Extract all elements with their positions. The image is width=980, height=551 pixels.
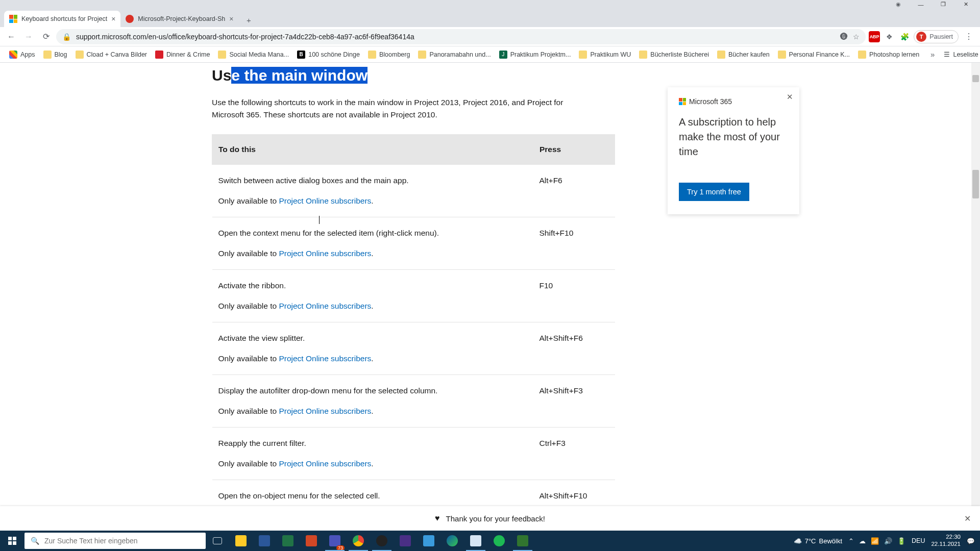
subscribers-link[interactable]: Project Online subscribers: [279, 407, 371, 415]
bookmark-label: 100 schöne Dinge: [308, 51, 360, 58]
excel-icon[interactable]: [276, 531, 300, 551]
bookmarks-overflow-button[interactable]: »: [926, 50, 939, 59]
close-tab-icon[interactable]: ×: [111, 15, 115, 23]
clock[interactable]: 22:30 22.11.2021: [931, 534, 961, 548]
project-icon[interactable]: [511, 531, 534, 551]
volume-icon[interactable]: 🔊: [884, 537, 892, 545]
bookmark-label: Praktikum Projektm...: [510, 51, 571, 58]
tray-icons[interactable]: ⌃ ☁ 📶 🔊 🔋: [848, 537, 905, 545]
favicon: B: [297, 51, 305, 59]
vertical-scrollbar[interactable]: [971, 63, 980, 531]
feedback-text: Thank you for your feedback!: [446, 514, 545, 523]
bookmark-star-icon[interactable]: ☆: [853, 33, 860, 41]
office-icon: [9, 15, 17, 23]
back-button[interactable]: ←: [4, 30, 18, 44]
word-icon[interactable]: [253, 531, 276, 551]
extensions-menu-icon[interactable]: 🧩: [898, 31, 911, 43]
reading-list-label: Leseliste: [953, 51, 978, 58]
notifications-icon[interactable]: 💬: [967, 537, 975, 545]
bookmark-item[interactable]: Cload + Canva Bilder: [72, 48, 150, 61]
subscribers-link[interactable]: Project Online subscribers: [279, 459, 371, 468]
bookmark-item[interactable]: Panoramabahn und...: [415, 48, 494, 61]
action-text: Display the autofilter drop-down menu fo…: [218, 386, 527, 395]
chevron-up-icon[interactable]: ⌃: [848, 537, 854, 545]
close-tab-icon[interactable]: ×: [229, 15, 233, 23]
clock-time: 22:30: [931, 534, 961, 541]
folder-icon: [368, 51, 376, 59]
reload-button[interactable]: ⟳: [39, 30, 53, 44]
spotify-icon[interactable]: [487, 531, 511, 551]
wifi-icon[interactable]: 📶: [871, 537, 879, 545]
bookmark-item[interactable]: Blog: [40, 48, 70, 61]
subscribers-link[interactable]: Project Online subscribers: [279, 354, 371, 363]
bookmark-label: Apps: [20, 51, 35, 58]
minimize-button[interactable]: ―: [910, 0, 932, 9]
selected-text: e the main window: [231, 67, 368, 84]
taskbar-search[interactable]: 🔍 Zur Suche Text hier eingeben: [24, 533, 206, 549]
onedrive-icon[interactable]: ☁: [859, 537, 866, 545]
bookmark-item[interactable]: Bloomberg: [365, 48, 413, 61]
menu-button[interactable]: ⋮: [962, 30, 976, 44]
bookmark-item[interactable]: Bücherliste Bücherei: [636, 48, 712, 61]
subscribers-link[interactable]: Project Online subscribers: [279, 196, 371, 205]
bookmark-item[interactable]: Dinner & Crime: [152, 48, 213, 61]
bookmark-item[interactable]: Bücher kaufen: [714, 48, 773, 61]
battery-icon[interactable]: 🔋: [897, 537, 905, 545]
table-row: Activate the view splitter.Only availabl…: [212, 322, 615, 375]
press-cell: Ctrl+F3: [533, 428, 615, 480]
bookmark-item[interactable]: Praktikum WU: [576, 48, 634, 61]
promo-logo: Microsoft 365: [679, 97, 788, 106]
adblock-icon[interactable]: ABP: [869, 31, 880, 42]
weather-temp: 7°C: [805, 537, 816, 545]
subscribers-link[interactable]: Project Online subscribers: [279, 302, 371, 310]
bookmark-label: Dinner & Crime: [166, 51, 210, 58]
availability-note: Only available to Project Online subscri…: [218, 249, 527, 258]
close-icon[interactable]: ✕: [787, 92, 793, 102]
profile-chip[interactable]: T Pausiert: [914, 30, 959, 43]
app-icon[interactable]: [394, 531, 417, 551]
edge-icon[interactable]: [440, 531, 464, 551]
chrome-icon[interactable]: [347, 531, 370, 551]
weather-desc: Bewölkt: [819, 537, 843, 545]
action-text: Activate the view splitter.: [218, 334, 527, 343]
bookmark-item[interactable]: Personal Finance K...: [775, 48, 853, 61]
bookmark-item[interactable]: JPraktikum Projektm...: [496, 48, 574, 61]
explorer-icon[interactable]: [229, 531, 253, 551]
teams-icon[interactable]: 73: [323, 531, 347, 551]
obs-icon[interactable]: [370, 531, 394, 551]
forward-button[interactable]: →: [21, 30, 36, 44]
bookmark-item[interactable]: Social Media Mana...: [215, 48, 292, 61]
bookmark-item[interactable]: Photoshop lernen: [855, 48, 922, 61]
close-window-button[interactable]: ✕: [954, 0, 977, 9]
close-icon[interactable]: ✕: [964, 514, 971, 523]
subscribers-link[interactable]: Project Online subscribers: [279, 249, 371, 258]
new-tab-button[interactable]: +: [241, 13, 256, 27]
folder-icon: [639, 51, 647, 59]
weather-widget[interactable]: ☁️ 7°C Bewölkt: [794, 537, 842, 545]
bookmark-label: Social Media Mana...: [229, 51, 289, 58]
search-placeholder: Zur Suche Text hier eingeben: [44, 537, 138, 545]
user-switcher-icon[interactable]: ◉: [887, 0, 910, 9]
reading-list-button[interactable]: ☰Leseliste: [941, 48, 980, 60]
app-icon[interactable]: [417, 531, 440, 551]
translate-icon[interactable]: 🅖: [840, 32, 848, 41]
tab-active[interactable]: Keyboard shortcuts for Project ×: [4, 11, 120, 27]
cloud-icon: ☁️: [794, 537, 802, 545]
search-icon: 🔍: [31, 537, 39, 545]
action-text: Open the on-object menu for the selected…: [218, 491, 527, 500]
address-bar[interactable]: 🔒 support.microsoft.com/en-us/office/key…: [56, 29, 866, 44]
maximize-button[interactable]: ❐: [932, 0, 954, 9]
tab-inactive[interactable]: Microsoft-Project-Keyboard-Sh ×: [120, 11, 238, 27]
notepad-icon[interactable]: [464, 531, 487, 551]
bookmark-label: Panoramabahn und...: [429, 51, 491, 58]
extension-icon[interactable]: ❖: [883, 31, 895, 43]
bookmark-apps[interactable]: Apps: [6, 48, 38, 61]
task-view-icon[interactable]: [206, 531, 229, 551]
bookmark-item[interactable]: B100 schöne Dinge: [294, 48, 363, 61]
folder-icon: [76, 51, 84, 59]
powerpoint-icon[interactable]: [300, 531, 323, 551]
try-free-button[interactable]: Try 1 month free: [679, 183, 749, 201]
start-button[interactable]: [0, 531, 24, 551]
input-language[interactable]: DEU: [912, 537, 925, 544]
pdf-icon: [126, 15, 134, 23]
